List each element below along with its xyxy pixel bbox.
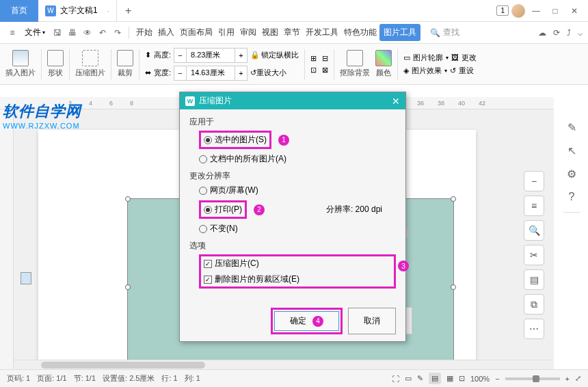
view-icon3[interactable]: ✎ xyxy=(417,374,423,383)
sync-icon[interactable]: ⟳ xyxy=(553,28,560,38)
align-icon4[interactable]: ⊠ xyxy=(322,66,328,75)
dialog-close-button[interactable]: ✕ xyxy=(392,96,400,107)
shape-button[interactable]: 形状 xyxy=(47,50,64,78)
float-more[interactable]: ⋯ xyxy=(524,319,544,339)
tab-home[interactable]: 首页 xyxy=(0,0,38,22)
checkbox-delete-crop[interactable]: ✓ xyxy=(204,276,212,284)
tab-picture-tools[interactable]: 图片工具 xyxy=(379,24,420,41)
float-wrap[interactable]: ≡ xyxy=(524,196,544,216)
tab-chapter[interactable]: 章节 xyxy=(281,24,303,41)
radio-selected[interactable] xyxy=(204,136,212,144)
chevron-icon[interactable]: ⌵ xyxy=(578,28,583,38)
align-icon2[interactable]: ⊟ xyxy=(322,54,328,63)
cancel-button[interactable]: 取消 xyxy=(348,308,396,334)
status-setting[interactable]: 设置值: 2.5厘米 xyxy=(103,373,155,384)
print-icon[interactable]: 🖶 xyxy=(66,26,79,40)
file-menu[interactable]: 文件▾ xyxy=(21,27,49,38)
menu-icon[interactable]: ≡ xyxy=(5,26,19,40)
radio-all[interactable] xyxy=(199,155,207,163)
redo-icon[interactable]: ↷ xyxy=(111,26,124,40)
radio-web[interactable] xyxy=(199,187,207,195)
maximize-button[interactable]: □ xyxy=(547,3,563,19)
tab-reference[interactable]: 引用 xyxy=(215,24,237,41)
cloud-icon[interactable]: ☁ xyxy=(538,28,546,38)
checkbox-compress[interactable]: ✓ xyxy=(204,260,212,268)
radio-print[interactable] xyxy=(204,206,212,214)
float-group[interactable]: ⧉ xyxy=(524,294,544,315)
tab-review[interactable]: 审阅 xyxy=(237,24,259,41)
width-plus[interactable]: + xyxy=(235,66,247,80)
tab-dev[interactable]: 开发工具 xyxy=(303,24,341,41)
status-col[interactable]: 列: 1 xyxy=(185,373,200,384)
tab-start[interactable]: 开始 xyxy=(133,24,155,41)
tab-special[interactable]: 特色功能 xyxy=(341,24,379,41)
float-align[interactable]: ▤ xyxy=(524,269,544,290)
radio-none[interactable] xyxy=(199,225,207,233)
width-input[interactable]: − 14.63厘米 + xyxy=(174,66,248,81)
width-minus[interactable]: − xyxy=(174,66,187,80)
dialog-titlebar[interactable]: W 压缩图片 ✕ xyxy=(180,92,405,109)
tab-close-icon[interactable]: · xyxy=(107,6,109,16)
insert-image-button[interactable]: 插入图片 xyxy=(5,50,36,78)
remove-bg-button[interactable]: 抠除背景 xyxy=(340,50,370,78)
change-icon[interactable]: 🖼 xyxy=(451,53,459,62)
user-avatar[interactable] xyxy=(511,4,525,18)
view-icon1[interactable]: ⛶ xyxy=(392,375,399,383)
horizontal-scrollbar[interactable] xyxy=(14,360,554,369)
height-input[interactable]: − 8.23厘米 + xyxy=(174,48,248,63)
zoom-label[interactable]: 100% xyxy=(470,375,490,383)
zoom-out[interactable]: − xyxy=(495,375,499,383)
tab-document[interactable]: W 文字文稿1 · xyxy=(38,0,117,22)
minimize-button[interactable]: — xyxy=(528,3,544,19)
align-icon1[interactable]: ⊞ xyxy=(310,54,317,63)
scrollbar-thumb[interactable] xyxy=(41,362,205,369)
height-minus[interactable]: − xyxy=(174,49,187,62)
compress-button[interactable]: 压缩图片 xyxy=(75,50,105,78)
fullscreen-icon[interactable]: ⤢ xyxy=(575,374,581,383)
status-pagenum[interactable]: 页码: 1 xyxy=(7,373,30,384)
reset-icon[interactable]: ↺ xyxy=(450,66,456,75)
vertical-ruler[interactable] xyxy=(0,109,14,369)
status-page[interactable]: 页面: 1/1 xyxy=(37,373,66,384)
lock-ratio-checkbox[interactable]: 🔒 锁定纵横比 xyxy=(250,50,299,60)
float-zoom[interactable]: 🔍 xyxy=(524,220,544,241)
resize-handle-w[interactable] xyxy=(125,284,131,290)
tab-insert[interactable]: 插入 xyxy=(155,24,177,41)
height-plus[interactable]: + xyxy=(235,49,247,62)
settings-icon[interactable]: ⚙ xyxy=(562,164,581,183)
zoom-in[interactable]: + xyxy=(565,375,570,383)
view-icon2[interactable]: ▭ xyxy=(405,374,412,383)
resize-handle-ne[interactable] xyxy=(451,196,456,202)
page-break-icon[interactable] xyxy=(21,272,31,284)
view-icon6[interactable]: ⊡ xyxy=(459,374,465,383)
outline-icon[interactable]: ▭ xyxy=(403,53,410,62)
float-crop[interactable]: ✂ xyxy=(524,245,544,265)
share-icon[interactable]: ⤴ xyxy=(567,28,571,38)
view-icon5[interactable]: ▦ xyxy=(446,374,453,383)
save-icon[interactable]: 🖫 xyxy=(51,26,64,40)
tab-layout[interactable]: 页面布局 xyxy=(177,24,215,41)
tab-view[interactable]: 视图 xyxy=(259,24,281,41)
color-button[interactable]: 颜色 xyxy=(375,50,392,78)
align-icon3[interactable]: ⊡ xyxy=(310,66,317,75)
pencil-icon[interactable]: ✎ xyxy=(562,118,581,137)
zoom-slider[interactable] xyxy=(505,377,560,380)
preview-icon[interactable]: 👁 xyxy=(81,26,94,40)
tab-add-button[interactable]: + xyxy=(117,5,139,17)
close-button[interactable]: ✕ xyxy=(566,3,583,19)
notification-badge[interactable]: 1 xyxy=(496,5,509,16)
effect-icon[interactable]: ◈ xyxy=(403,66,409,75)
status-row[interactable]: 行: 1 xyxy=(161,373,177,384)
search-box[interactable]: 🔍 查找 xyxy=(425,25,465,40)
undo-icon[interactable]: ↶ xyxy=(96,26,109,40)
float-minus[interactable]: − xyxy=(524,171,544,191)
cursor-icon[interactable]: ↖ xyxy=(562,141,581,160)
crop-button[interactable]: 裁剪 xyxy=(117,50,133,78)
resize-handle-nw[interactable] xyxy=(125,196,131,202)
reset-size-button[interactable]: ↺重设大小 xyxy=(250,68,286,78)
help-icon[interactable]: ? xyxy=(562,187,581,206)
ok-button[interactable]: 确定 4 xyxy=(274,311,339,331)
status-section[interactable]: 节: 1/1 xyxy=(74,373,96,384)
view-icon4[interactable]: ▤ xyxy=(429,373,441,384)
resize-handle-e[interactable] xyxy=(451,284,456,290)
